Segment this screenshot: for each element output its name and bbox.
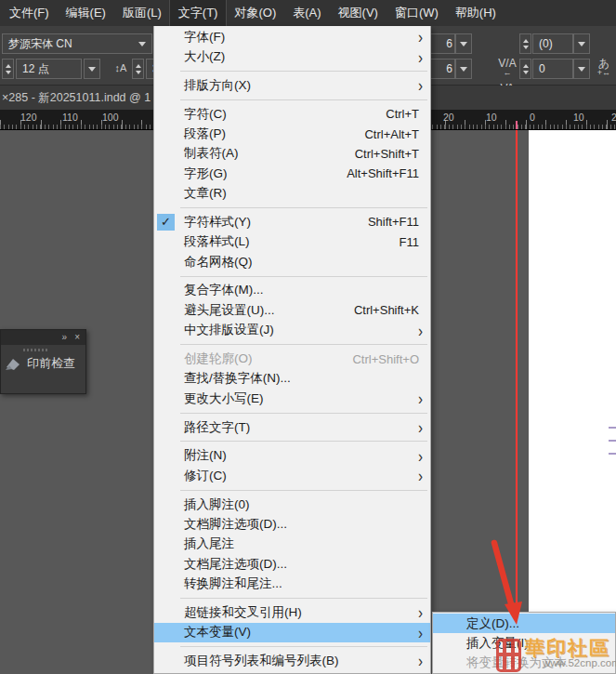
type-menu-item[interactable]: 命名网格(Q) [154, 252, 430, 271]
menu-item-label: 转换脚注和尾注... [184, 575, 282, 592]
checkmark-icon: ✓ [157, 214, 175, 231]
menu-item-label: 复合字体(M)... [184, 282, 264, 298]
character-rotate-icon: あ +↔ [595, 58, 613, 77]
submenu-arrow-icon: › [418, 624, 423, 641]
submenu-item[interactable]: 定义(D)... [433, 614, 615, 633]
type-menu-item[interactable]: 查找/替换字体(N)... [154, 369, 430, 389]
menubar-item[interactable]: 版面(L) [114, 0, 170, 26]
menu-item-label: 避头尾设置(U)... [184, 302, 275, 319]
menu-item-shortcut: Ctrl+Shift+K [354, 303, 423, 317]
panel-grip-handle[interactable] [23, 349, 49, 351]
menu-item-label: 附注(N) [184, 447, 227, 464]
type-menu-item[interactable]: 文本变量(V)› [154, 623, 430, 642]
kerning-dropdown[interactable] [573, 33, 590, 54]
type-menu-item[interactable]: 段落(P)Ctrl+Alt+T [154, 124, 430, 143]
preflight-panel-titlebar[interactable]: » × [1, 330, 85, 345]
kerning-stepper[interactable] [519, 33, 531, 54]
menu-separator [180, 490, 427, 491]
kerning-icon: V/A ← [496, 58, 518, 77]
menubar-item[interactable]: 表(A) [284, 0, 329, 26]
submenu-arrow-icon: › [418, 653, 423, 670]
scale-dropdown-2[interactable] [455, 59, 472, 79]
document-tab[interactable]: ×285 - 新20251011.indd @ 1 [0, 86, 158, 110]
menubar-item[interactable]: 文字(T) [170, 0, 227, 26]
menu-item-label: 字符(C) [184, 106, 227, 123]
menu-item-label: 创建轮廓(O) [184, 350, 253, 367]
type-menu-item[interactable]: 超链接和交叉引用(H)› [154, 602, 430, 622]
type-menu-item[interactable]: 文档脚注选项(D)... [154, 514, 430, 534]
menu-separator [180, 207, 427, 208]
frame-tick [609, 453, 616, 455]
submenu-arrow-icon: › [418, 28, 423, 46]
tracking-field[interactable]: 0 [532, 59, 573, 79]
type-menu-item[interactable]: 修订(C)› [154, 466, 430, 485]
type-menu-item[interactable]: 文章(R) [154, 183, 430, 203]
menubar-item[interactable]: 视图(V) [330, 0, 387, 26]
menu-item-label: 字形(G) [184, 165, 228, 182]
menu-item-shortcut: Ctrl+Shift+T [355, 147, 423, 161]
type-menu-item[interactable]: 转换脚注和尾注... [154, 574, 430, 593]
menu-item-label: 超链接和交叉引用(H) [184, 604, 302, 621]
menubar-item[interactable]: 窗口(W) [387, 0, 447, 26]
leading-stepper[interactable] [132, 59, 144, 79]
close-icon[interactable]: × [74, 333, 80, 342]
type-menu-item[interactable]: 插入尾注 [154, 535, 430, 554]
type-menu-item[interactable]: 制表符(A)Ctrl+Shift+T [154, 144, 430, 164]
preflight-panel-label[interactable]: 印前检查 [27, 355, 75, 372]
type-menu-item[interactable]: 文档尾注选项(D)... [154, 554, 430, 574]
type-menu-item[interactable]: 避头尾设置(U)...Ctrl+Shift+K [154, 300, 430, 320]
ruler-label: 2 [611, 112, 616, 123]
menu-separator [180, 276, 427, 277]
menubar-item[interactable]: 帮助(H) [447, 0, 505, 26]
menu-item-label: 文章(R) [184, 185, 227, 202]
scale-dropdown-1[interactable] [455, 33, 472, 54]
menu-item-label: 项目符号列表和编号列表(B) [184, 653, 339, 669]
submenu-item-label: 插入变量(I) [466, 635, 529, 652]
menu-item-label: 插入尾注 [184, 535, 234, 552]
type-menu-item[interactable]: 段落样式(L)F11 [154, 232, 430, 252]
type-menu-item[interactable]: 字形(G)Alt+Shift+F11 [154, 164, 430, 183]
submenu-item-label: 将变量转换为文本 [466, 654, 567, 671]
type-menu-item[interactable]: 项目符号列表和编号列表(B)› [154, 651, 430, 670]
ruler-label: 10 [486, 112, 497, 123]
submenu-item[interactable]: 将变量转换为文本 [433, 653, 615, 672]
submenu-item[interactable]: 插入变量(I) [433, 633, 615, 653]
frame-tick [609, 427, 616, 429]
type-menu-item[interactable]: 字体(F)› [154, 27, 430, 46]
kerning-field[interactable]: (0) [532, 33, 573, 54]
font-size-stepper[interactable] [2, 59, 14, 79]
tracking-dropdown[interactable] [573, 59, 590, 79]
type-menu-item[interactable]: 排版方向(X)› [154, 75, 430, 95]
type-menu-item[interactable]: 中文排版设置(J)› [154, 321, 430, 340]
menu-item-label: 更改大小写(E) [184, 390, 264, 407]
tracking-stepper[interactable] [519, 59, 531, 79]
font-size-field[interactable]: 12 点 [16, 59, 82, 79]
menu-item-label: 中文排版设置(J) [184, 322, 274, 338]
type-menu-item[interactable]: 大小(Z)› [154, 46, 430, 66]
menubar-item[interactable]: 对象(O) [226, 0, 284, 26]
type-menu-item[interactable]: 插入脚注(0) [154, 495, 430, 514]
submenu-item-label: 定义(D)... [466, 615, 519, 632]
chevron-down-icon[interactable] [138, 42, 146, 46]
menu-item-label: 段落(P) [184, 126, 226, 142]
leading-icon: ↕A [111, 63, 130, 73]
menu-item-shortcut: Shift+F11 [368, 215, 423, 229]
font-family-value: 梦源宋体 CN [8, 36, 72, 52]
type-menu-item[interactable]: 路径文字(T)› [154, 417, 430, 437]
menu-item-shortcut: Ctrl+T [386, 107, 423, 121]
type-menu-item[interactable]: 附注(N)› [154, 446, 430, 466]
type-menu-item[interactable]: 字符(C)Ctrl+T [154, 104, 430, 124]
frame-tick [609, 440, 616, 442]
font-family-combo[interactable]: 梦源宋体 CN [2, 33, 152, 54]
type-menu-item[interactable]: 创建轮廓(O)Ctrl+Shift+O [154, 349, 430, 368]
menu-item-label: 修订(C) [184, 468, 227, 484]
menu-item-label: 文档脚注选项(D)... [184, 516, 287, 533]
type-menu-item[interactable]: ✓字符样式(Y)Shift+F11 [154, 212, 430, 231]
menubar-item[interactable]: 编辑(E) [58, 0, 114, 26]
preflight-panel[interactable]: » × 印前检查 [0, 329, 86, 394]
type-menu-item[interactable]: 复合字体(M)... [154, 281, 430, 300]
menubar-item[interactable]: 文件(F) [1, 0, 58, 26]
collapse-panel-icon[interactable]: » [62, 333, 68, 342]
font-size-dropdown[interactable] [84, 59, 100, 79]
type-menu-item[interactable]: 更改大小写(E)› [154, 389, 430, 408]
